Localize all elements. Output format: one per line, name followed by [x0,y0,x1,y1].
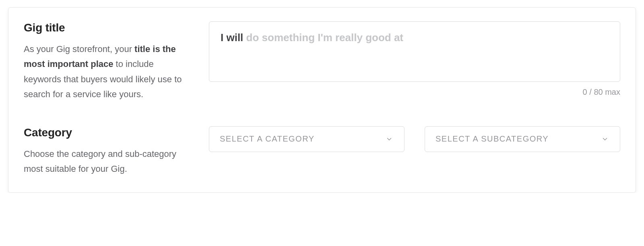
subcategory-select[interactable]: SELECT A SUBCATEGORY [425,126,620,152]
chevron-down-icon [385,135,394,144]
chevron-down-icon [601,135,609,144]
category-row: Category Choose the category and sub-cat… [24,126,620,177]
gig-title-field-col: I will do something I'm really good at 0… [209,21,620,97]
gig-title-placeholder: do something I'm really good at [246,31,403,44]
gig-title-label-col: Gig title As your Gig storefront, your t… [24,21,185,102]
gig-title-prefix: I will [221,31,243,44]
gig-title-input[interactable]: I will do something I'm really good at [209,21,620,82]
category-heading: Category [24,126,185,139]
category-select-row: SELECT A CATEGORY SELECT A SUBCATEGORY [209,126,620,152]
gig-title-help-pre: As your Gig storefront, your [24,44,134,54]
category-select-label: SELECT A CATEGORY [220,134,315,144]
gig-title-help: As your Gig storefront, your title is th… [24,42,185,102]
category-help: Choose the category and sub-category mos… [24,146,185,177]
gig-form-card: Gig title As your Gig storefront, your t… [8,7,636,193]
gig-title-char-counter: 0 / 80 max [209,88,620,97]
category-label-col: Category Choose the category and sub-cat… [24,126,185,177]
gig-title-heading: Gig title [24,21,185,34]
gig-title-row: Gig title As your Gig storefront, your t… [24,21,620,102]
category-field-col: SELECT A CATEGORY SELECT A SUBCATEGORY [209,126,620,152]
subcategory-select-label: SELECT A SUBCATEGORY [436,134,549,144]
category-select[interactable]: SELECT A CATEGORY [209,126,405,152]
